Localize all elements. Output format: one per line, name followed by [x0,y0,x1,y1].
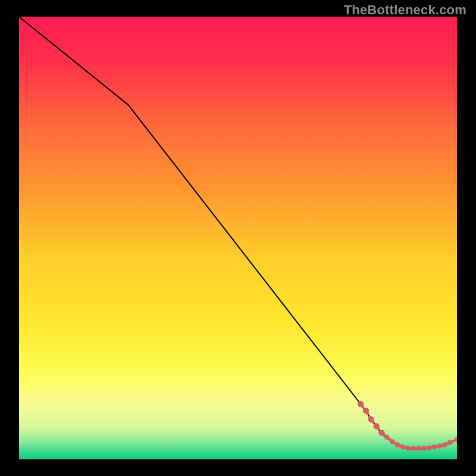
gradient-background [19,17,457,459]
data-dot [363,408,369,414]
data-dot [416,446,421,450]
chart-svg [19,17,457,459]
watermark-text: TheBottleneck.com [344,2,466,18]
data-dot [432,444,437,449]
data-dot [373,423,379,429]
chart-container: TheBottleneck.com [0,0,476,476]
data-dot [395,442,400,447]
data-dot [400,444,405,449]
data-dot [358,401,364,407]
data-dot [378,430,384,436]
data-dot [405,446,410,450]
data-dot [442,442,447,447]
data-dot [390,439,394,444]
data-dot [411,446,415,450]
data-dot [427,445,431,450]
data-dot [384,435,389,440]
data-dot [447,440,452,445]
data-dot [368,416,374,422]
data-dot [421,446,426,450]
data-dot [437,443,441,448]
plot-area [19,17,457,459]
